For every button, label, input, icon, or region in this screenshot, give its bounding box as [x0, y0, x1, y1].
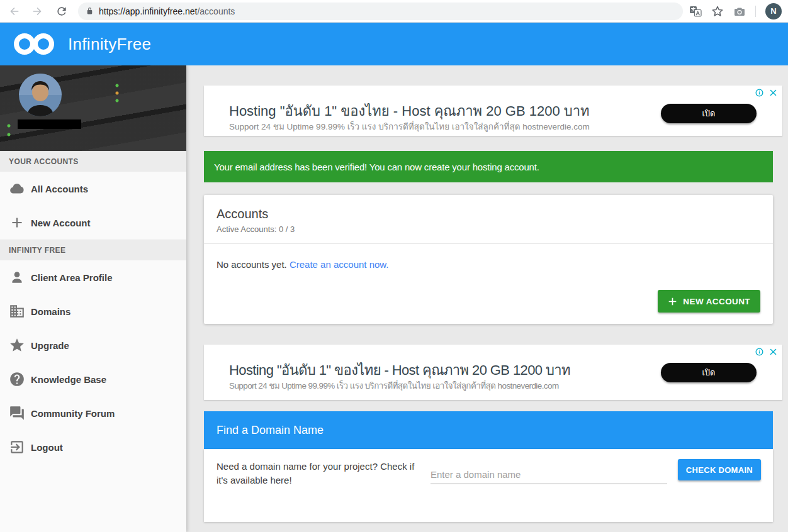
ad-title[interactable]: Hosting "อันดับ 1" ของไทย - Host คุณภาพ … — [229, 100, 590, 122]
logout-icon — [9, 439, 25, 455]
bookmark-star-icon[interactable] — [711, 5, 724, 18]
ad-description[interactable]: Support 24 ชม Uptime 99.99% เร็ว แรง บริ… — [229, 119, 590, 133]
camera-icon[interactable] — [733, 5, 746, 18]
url-host: https://app.infinityfree.net — [99, 6, 197, 16]
sidebar-item-community-forum[interactable]: Community Forum — [0, 396, 186, 430]
profile-photo[interactable] — [19, 74, 62, 116]
profile-banner — [0, 65, 186, 151]
sidebar-item-new-account[interactable]: New Account — [0, 206, 186, 240]
sidebar-item-label: Logout — [31, 442, 63, 453]
browser-profile-avatar[interactable]: N — [765, 3, 782, 19]
sidebar-item-label: Domains — [31, 306, 70, 317]
browser-toolbar: https://app.infinityfree.net/accounts N — [0, 0, 788, 23]
find-domain-title: Find a Domain Name — [217, 424, 324, 437]
no-accounts-text: No accounts yet. Create an account now. — [217, 259, 389, 270]
main-content: Hosting "อันดับ 1" ของไทย - Host คุณภาพ … — [186, 65, 788, 532]
person-icon — [9, 269, 25, 285]
sidebar-item-logout[interactable]: Logout — [0, 430, 186, 464]
new-account-button[interactable]: NEW ACCOUNT — [658, 290, 760, 313]
sidebar-item-label: Community Forum — [31, 408, 115, 419]
alert-message: Your email address has been verified! Yo… — [214, 162, 539, 172]
translate-icon[interactable] — [689, 5, 702, 18]
ad-open-button[interactable]: เปิด — [661, 363, 757, 382]
sidebar-item-client-area-profile[interactable]: Client Area Profile — [0, 260, 186, 294]
section-label: INFINITY FREE — [9, 246, 65, 255]
ad-controls — [755, 89, 777, 97]
domain-name-input[interactable] — [431, 465, 667, 484]
url-path: /accounts — [197, 6, 235, 16]
help-icon — [9, 371, 25, 387]
sidebar-item-domains[interactable]: Domains — [0, 294, 186, 328]
sidebar-section-infinity-free: INFINITY FREE — [0, 240, 186, 260]
brand-name[interactable]: InfinityFree — [68, 35, 151, 54]
domain-prompt-text: Need a domain name for your project? Che… — [217, 460, 424, 487]
ad-close-icon[interactable] — [769, 89, 777, 97]
ad-controls — [755, 348, 777, 356]
sidebar-item-label: Client Area Profile — [31, 272, 112, 283]
sidebar-item-all-accounts[interactable]: All Accounts — [0, 172, 186, 206]
section-label: YOUR ACCOUNTS — [9, 157, 79, 166]
ad-banner-top[interactable]: Hosting "อันดับ 1" ของไทย - Host คุณภาพ … — [204, 86, 782, 136]
ad-description[interactable]: Support 24 ชม Uptime 99.99% เร็ว แรง บริ… — [229, 379, 559, 392]
cloud-icon — [9, 180, 25, 197]
browser-nav-buttons — [8, 5, 68, 18]
redacted-username — [18, 119, 81, 129]
ad-title[interactable]: Hosting "อันดับ 1" ของไทย - Host คุณภาพ … — [229, 359, 570, 381]
plus-icon — [668, 297, 677, 306]
ad-close-icon[interactable] — [769, 348, 777, 356]
ad-open-button[interactable]: เปิด — [661, 104, 757, 123]
sidebar-item-label: New Account — [31, 218, 90, 228]
find-domain-header: Find a Domain Name — [204, 411, 773, 449]
card-divider — [204, 243, 773, 244]
toolbar-divider — [755, 6, 756, 17]
url-text: https://app.infinityfree.net/accounts — [99, 6, 235, 16]
star-icon — [9, 337, 25, 353]
ad-info-icon[interactable] — [755, 89, 763, 97]
email-verified-alert: Your email address has been verified! Yo… — [204, 151, 773, 182]
sidebar-item-label: Upgrade — [31, 340, 69, 351]
ad-info-icon[interactable] — [755, 348, 763, 356]
sidebar-item-label: All Accounts — [31, 184, 88, 194]
sidebar-item-upgrade[interactable]: Upgrade — [0, 328, 186, 362]
find-domain-card: Need a domain name for your project? Che… — [204, 449, 773, 522]
active-accounts-count: Active Accounts: 0 / 3 — [217, 224, 295, 234]
sidebar-section-your-accounts: YOUR ACCOUNTS — [0, 151, 186, 172]
infinity-logo-icon[interactable] — [11, 31, 59, 57]
address-bar[interactable]: https://app.infinityfree.net/accounts — [78, 3, 683, 20]
back-icon[interactable] — [8, 5, 20, 18]
plus-icon — [9, 214, 25, 231]
refresh-icon[interactable] — [55, 5, 68, 18]
browser-actions: N — [689, 3, 782, 19]
ad-banner-bottom[interactable]: Hosting "อันดับ 1" ของไทย - Host คุณภาพ … — [204, 345, 782, 400]
check-domain-button[interactable]: CHECK DOMAIN — [678, 459, 761, 480]
app-window: https://app.infinityfree.net/accounts N — [0, 0, 788, 532]
sidebar-item-label: Knowledge Base — [31, 374, 106, 385]
new-account-button-label: NEW ACCOUNT — [683, 297, 750, 306]
sidebar: YOUR ACCOUNTS All Accounts New Account I… — [0, 65, 186, 532]
sidebar-item-knowledge-base[interactable]: Knowledge Base — [0, 362, 186, 396]
create-account-link[interactable]: Create an account now. — [290, 259, 389, 270]
forum-icon — [9, 405, 25, 421]
empty-state-text: No accounts yet. — [217, 259, 287, 270]
forward-icon[interactable] — [31, 5, 44, 18]
accounts-card: Accounts Active Accounts: 0 / 3 No accou… — [204, 195, 773, 324]
domain-icon — [9, 303, 25, 319]
app-header: InfinityFree — [0, 23, 788, 65]
accounts-card-title: Accounts — [217, 207, 268, 221]
lock-icon — [86, 6, 94, 16]
